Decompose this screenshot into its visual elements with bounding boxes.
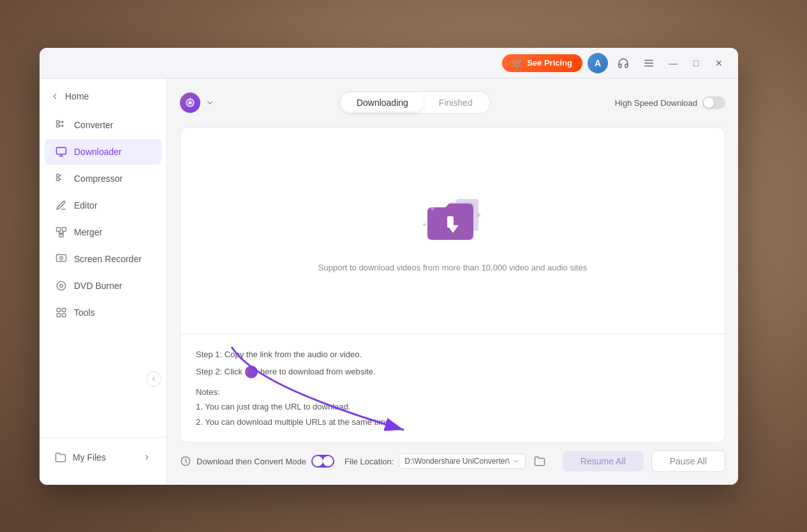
tab-bar: Downloading Finished High Speed Download [180,91,725,114]
svg-rect-24 [63,308,66,311]
svg-point-21 [57,281,66,290]
sidebar-item-merger[interactable]: Merger [45,219,161,245]
compressor-label: Compressor [74,174,122,184]
collapse-icon [150,375,158,383]
svg-rect-15 [63,228,66,232]
resume-all-button[interactable]: Resume All [563,451,644,471]
note1-text: 1. You can just drag the URL to download… [196,399,709,414]
content-area: Downloading Finished High Speed Download [167,78,738,485]
open-folder-button[interactable] [531,452,549,470]
cart-icon: 🛒 [512,58,523,68]
dropdown-chevron-icon [205,98,214,107]
bottom-left: Download then Convert Mode File Location… [180,452,549,470]
title-bar-controls: 🛒 See Pricing A — [502,53,728,73]
converter-icon [55,119,68,131]
maximize-button[interactable]: □ [687,54,705,72]
pause-all-button[interactable]: Pause All [651,450,725,472]
minimize-button[interactable]: — [664,54,682,72]
headphone-button[interactable] [613,53,633,73]
sidebar-item-my-files[interactable]: My Files [45,445,161,469]
svg-rect-26 [63,314,66,317]
folder-icon-wrapper [415,189,491,253]
dropdown-icon [512,457,520,465]
menu-icon [643,57,655,69]
collapse-sidebar-button[interactable] [146,371,161,387]
svg-point-28 [189,101,192,105]
svg-rect-7 [57,147,66,154]
sidebar-item-home[interactable]: Home [40,86,167,107]
drop-zone: Support to download videos from more tha… [180,127,725,443]
step1-text: Step 1: Copy the link from the audio or … [196,347,709,362]
file-location-dropdown[interactable]: D:\Wondershare UniConverter\ [399,454,526,469]
svg-rect-11 [57,178,60,181]
svg-rect-10 [57,174,60,177]
screen-recorder-icon [55,253,68,265]
tab-downloading[interactable]: Downloading [341,94,424,112]
bottom-right: Resume All Pause All [563,450,725,472]
svg-point-20 [60,256,63,260]
sidebar-item-dvd-burner[interactable]: DVD Burner [45,273,161,299]
notes-label: Notes: [196,385,709,399]
file-location-section: File Location: D:\Wondershare UniConvert… [344,452,549,470]
see-pricing-label: See Pricing [527,58,572,68]
convert-mode-label: Download then Convert Mode [196,457,306,466]
user-avatar[interactable]: A [588,53,608,73]
svg-rect-19 [57,255,66,262]
svg-point-36 [423,223,426,226]
svg-point-34 [431,207,434,210]
svg-rect-25 [57,314,60,317]
dvd-burner-icon [55,279,68,292]
app-logo[interactable] [180,92,214,113]
my-files-chevron-icon [142,453,151,462]
file-location-label: File Location: [344,457,394,466]
screen-recorder-label: Screen Recorder [74,254,142,264]
high-speed-label: High Speed Download [615,98,697,108]
sidebar-item-tools[interactable]: Tools [45,300,161,325]
instructions-area: Step 1: Copy the link from the audio or … [181,334,725,442]
notes-section: Notes: 1. You can just drag the URL to d… [196,385,709,429]
converter-label: Converter [74,120,113,130]
tools-icon [55,306,68,319]
close-button[interactable]: ✕ [710,54,728,72]
svg-rect-14 [57,228,61,232]
svg-rect-4 [57,124,60,127]
main-layout: Home Converter [40,78,738,485]
menu-button[interactable] [639,53,659,73]
tools-label: Tools [74,307,95,318]
my-files-label: My Files [73,452,106,462]
convert-mode-switch[interactable] [311,455,334,468]
svg-rect-23 [57,308,60,311]
sidebar-item-compressor[interactable]: Compressor [45,166,161,191]
file-location-value: D:\Wondershare UniConverter\ [404,457,510,466]
sidebar-item-converter[interactable]: Converter [45,112,161,138]
sidebar-item-downloader[interactable]: Downloader [45,139,161,165]
editor-label: Editor [74,200,98,211]
logo-icon [180,92,200,113]
app-window: 🛒 See Pricing A — [40,48,738,485]
downloader-label: Downloader [74,147,122,157]
bottom-bar: Download then Convert Mode File Location… [180,443,725,472]
dvd-burner-label: DVD Burner [74,281,122,291]
sidebar-item-editor[interactable]: Editor [45,193,161,218]
svg-point-35 [477,213,480,217]
merger-label: Merger [74,227,102,237]
sidebar-item-screen-recorder[interactable]: Screen Recorder [45,246,161,272]
chevron-left-icon [50,91,60,101]
downloader-icon [55,145,68,158]
step2-icon [245,366,258,378]
merger-icon [55,226,68,239]
support-text: Support to download videos from more tha… [318,263,587,272]
sidebar: Home Converter [40,78,167,485]
editor-icon [55,199,68,212]
headphone-icon [618,57,629,69]
convert-mode-section: Download then Convert Mode [180,455,334,468]
my-files-icon [55,452,66,463]
see-pricing-button[interactable]: 🛒 See Pricing [502,54,582,72]
high-speed-toggle: High Speed Download [615,96,725,109]
folder-download-icon [415,189,491,250]
svg-point-22 [60,284,63,288]
high-speed-switch[interactable] [702,96,725,109]
drop-zone-main: Support to download videos from more tha… [181,128,725,334]
sidebar-bottom: My Files [40,437,167,477]
tab-finished[interactable]: Finished [424,94,488,112]
